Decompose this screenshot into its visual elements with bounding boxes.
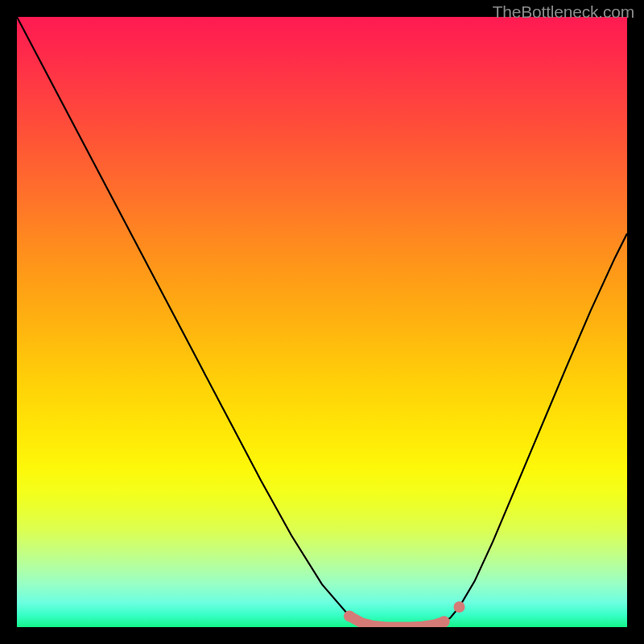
watermark-text: TheBottleneck.com xyxy=(493,2,634,22)
extra-marker-dot xyxy=(454,601,465,613)
bottleneck-curve xyxy=(17,17,627,627)
segment-end-dot xyxy=(344,610,355,621)
segment-end-dot xyxy=(439,616,450,627)
marker-group xyxy=(344,601,464,627)
valley-segment-marker xyxy=(349,616,444,627)
chart-frame xyxy=(17,17,627,627)
chart-svg xyxy=(17,17,627,627)
